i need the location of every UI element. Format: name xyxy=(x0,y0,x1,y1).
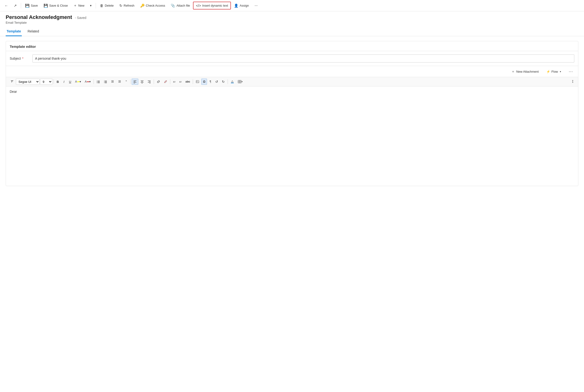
new-attachment-label: New Attachment xyxy=(516,70,539,74)
insert-dynamic-text-icon: </> xyxy=(196,4,201,8)
back-button[interactable]: ← xyxy=(2,2,11,9)
clear-formatting-button[interactable] xyxy=(9,78,16,85)
save-close-icon: 💾 xyxy=(44,4,48,8)
save-button[interactable]: 💾 Save xyxy=(23,2,41,10)
svg-marker-19 xyxy=(118,82,119,82)
numbered-list-button[interactable]: 1.2.3. xyxy=(102,78,109,85)
subscript-button[interactable]: x2 xyxy=(178,78,183,85)
underline-button[interactable]: U xyxy=(67,78,73,85)
refresh-button[interactable]: ↻ Refresh xyxy=(117,2,137,10)
more-editor-options-button[interactable]: ⋯ xyxy=(567,68,574,75)
svg-rect-21 xyxy=(134,82,136,82)
increase-indent-button[interactable] xyxy=(116,78,123,85)
svg-rect-17 xyxy=(119,82,121,82)
main-toolbar: ← ↗ 💾 Save 💾 Save & Close ＋ New ▾ 🗑 Dele… xyxy=(0,0,584,11)
save-close-label: Save & Close xyxy=(49,4,68,7)
subject-row: Subject * xyxy=(6,51,578,66)
align-left-button[interactable] xyxy=(132,78,138,85)
bullet-list-button[interactable] xyxy=(95,78,102,85)
special-char-button[interactable]: Ω xyxy=(201,78,207,85)
svg-point-2 xyxy=(97,82,97,82)
attachment-bar: ＋ New Attachment ⚡ Flow ▾ ⋯ xyxy=(6,66,578,77)
check-access-icon: 🔑 xyxy=(140,4,145,8)
remove-link-button[interactable] xyxy=(162,78,169,85)
svg-rect-22 xyxy=(134,82,136,82)
show-html-button[interactable]: ¶ xyxy=(207,78,213,85)
undo-button[interactable]: ↺ xyxy=(214,78,220,85)
svg-rect-16 xyxy=(118,80,121,81)
table-button[interactable]: ▾ xyxy=(236,78,244,85)
divider-1 xyxy=(21,3,21,8)
rte-divider-5 xyxy=(170,79,170,84)
new-dropdown-button[interactable]: ▾ xyxy=(87,2,94,9)
superscript-button[interactable]: x2 xyxy=(172,78,177,85)
blockquote-button[interactable]: " xyxy=(123,78,129,85)
tab-template[interactable]: Template xyxy=(6,27,22,36)
new-icon: ＋ xyxy=(74,3,77,8)
svg-rect-9 xyxy=(105,82,107,82)
svg-marker-15 xyxy=(111,82,112,82)
svg-point-0 xyxy=(97,81,97,81)
new-label: New xyxy=(78,4,84,7)
italic-button[interactable]: I xyxy=(61,78,67,85)
subject-input[interactable] xyxy=(33,54,574,62)
page-header: Personal Acknowledgment - Saved Email Te… xyxy=(0,11,584,24)
saved-status: - Saved xyxy=(75,16,86,20)
rte-divider-6 xyxy=(193,79,193,84)
editor-area: ⤡ Segoe UI Arial Times New Roman Calibri… xyxy=(6,77,578,186)
svg-rect-33 xyxy=(196,80,199,83)
insert-link-button[interactable] xyxy=(155,78,162,85)
svg-rect-5 xyxy=(98,82,100,83)
attach-file-button[interactable]: 📎 Attach file xyxy=(168,2,193,10)
more-options-icon: ⋯ xyxy=(255,4,258,7)
page-subtitle: Email Template xyxy=(6,21,578,24)
insert-dynamic-text-button[interactable]: </> Insert dynamic text xyxy=(193,2,231,10)
svg-rect-3 xyxy=(98,82,100,82)
align-right-button[interactable] xyxy=(146,78,153,85)
font-family-select[interactable]: Segoe UI Arial Times New Roman Calibri V… xyxy=(16,78,40,85)
insert-image-button[interactable] xyxy=(194,78,201,85)
rte-divider-3 xyxy=(130,79,131,84)
highlight-button[interactable]: A▾ xyxy=(74,78,83,85)
delete-button[interactable]: 🗑 Delete xyxy=(97,2,116,9)
new-button[interactable]: ＋ New xyxy=(71,2,87,10)
svg-rect-14 xyxy=(111,82,114,82)
save-close-button[interactable]: 💾 Save & Close xyxy=(41,2,71,10)
svg-rect-28 xyxy=(148,80,151,81)
tab-bar: Template Related xyxy=(0,27,584,36)
font-size-select[interactable]: 8 9 10 11 12 14 16 18 xyxy=(40,78,52,85)
refresh-label: Refresh xyxy=(124,4,135,7)
decrease-indent-button[interactable] xyxy=(109,78,116,85)
svg-rect-25 xyxy=(141,82,143,82)
more-options-button[interactable]: ⋯ xyxy=(252,2,260,9)
assign-icon: 👤 xyxy=(234,4,239,8)
strikethrough-button[interactable]: abc xyxy=(184,78,192,85)
align-center-button[interactable] xyxy=(139,78,145,85)
refresh-icon: ↻ xyxy=(119,4,123,8)
dropdown-arrow-icon: ▾ xyxy=(90,4,92,7)
bold-button[interactable]: B xyxy=(55,78,61,85)
rte-divider-7 xyxy=(228,79,228,84)
attach-file-icon: 📎 xyxy=(171,4,175,8)
svg-rect-13 xyxy=(112,82,114,82)
delete-label: Delete xyxy=(105,4,114,7)
popout-button[interactable]: ↗ xyxy=(11,2,20,10)
svg-rect-23 xyxy=(134,83,135,84)
tab-related[interactable]: Related xyxy=(27,27,40,36)
svg-rect-1 xyxy=(98,81,100,81)
new-attachment-button[interactable]: ＋ New Attachment xyxy=(510,68,540,75)
font-color-button[interactable]: A▾ xyxy=(83,78,92,85)
flow-button[interactable]: ⚡ Flow ▾ xyxy=(545,69,562,74)
check-access-button[interactable]: 🔑 Check Access xyxy=(138,2,168,10)
back-icon: ← xyxy=(5,4,8,8)
template-editor-title: Template editor xyxy=(6,41,578,51)
required-star: * xyxy=(22,56,24,60)
svg-rect-31 xyxy=(149,83,151,84)
svg-rect-18 xyxy=(118,82,121,82)
svg-rect-30 xyxy=(148,82,151,82)
redo-button[interactable]: ↻ xyxy=(220,78,226,85)
assign-button[interactable]: 👤 Assign xyxy=(231,2,252,10)
editor-content[interactable]: Dear xyxy=(6,86,578,186)
fill-color-button[interactable] xyxy=(229,78,236,85)
delete-icon: 🗑 xyxy=(100,4,104,8)
